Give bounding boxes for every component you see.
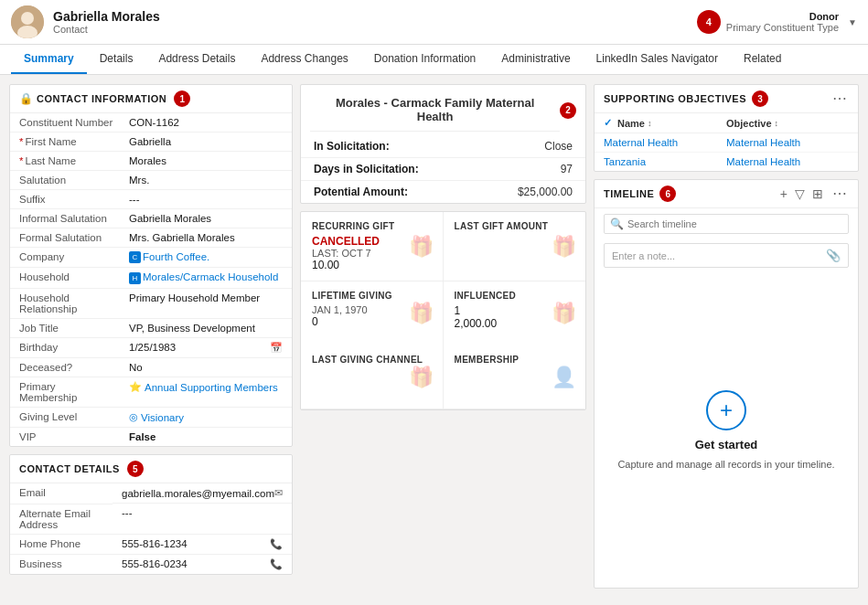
tab-details[interactable]: Details (87, 45, 146, 74)
contact-details-table: Email gabriella.morales@myemail.com ✉ Al… (10, 483, 292, 574)
membership-tile-icon: 👤 (552, 366, 576, 389)
lock-icon: 🔒 (19, 92, 33, 105)
obj-objective-1[interactable]: Maternal Health (726, 137, 849, 148)
contact-info-title: CONTACT INFORMATION (37, 93, 166, 104)
phone-icon: 📞 (270, 538, 283, 550)
table-row: Household HMorales/Carmack Household (10, 268, 292, 288)
get-started-icon[interactable]: + (706, 390, 746, 430)
field-label: VIP (10, 428, 120, 447)
timeline-empty-desc: Capture and manage all records in your t… (617, 459, 834, 470)
contact-info-header: 🔒 CONTACT INFORMATION 1 (10, 85, 292, 113)
table-row: Constituent Number CON-1162 (10, 113, 292, 133)
timeline-card: Timeline 6 + ▽ ⊞ ⋯ 🔍 Enter a note... 📎 (594, 179, 859, 589)
solicitation-card: Morales - Carmack Family Maternal Health… (300, 84, 586, 204)
table-row: Company CFourth Coffee. (10, 248, 292, 268)
field-label: Deceased? (10, 358, 120, 377)
field-value: No (120, 358, 292, 377)
field-label: Job Title (10, 318, 120, 337)
tab-summary[interactable]: Summary (11, 45, 87, 74)
avatar (11, 5, 44, 38)
middle-panel: Morales - Carmack Family Maternal Health… (300, 84, 586, 589)
field-label: Home Phone (10, 534, 113, 555)
tab-address-changes[interactable]: Address Changes (248, 45, 360, 74)
donor-section: 4 Donor Primary Constituent Type ▼ (697, 10, 857, 34)
table-row: Home Phone 555-816-1234 📞 (10, 534, 292, 555)
field-value: gabriella.morales@myemail.com ✉ (113, 483, 292, 504)
table-row: Deceased? No (10, 358, 292, 377)
table-row: Birthday 1/25/1983 📅 (10, 337, 292, 358)
field-label: Business (10, 555, 113, 574)
add-icon[interactable]: + (780, 186, 788, 201)
attachment-icon[interactable]: 📎 (826, 249, 841, 262)
search-icon: 🔍 (610, 218, 624, 230)
grid-icon[interactable]: ⊞ (812, 186, 823, 201)
recurring-amount: 10.00 (312, 259, 432, 271)
obj-name-2[interactable]: Tanzania (604, 156, 726, 167)
field-value: --- (113, 504, 292, 534)
table-row: Suffix --- (10, 190, 292, 209)
chevron-down-icon[interactable]: ▼ (848, 17, 857, 27)
col-name-label: Name (617, 118, 645, 129)
field-label: Constituent Number (10, 113, 120, 133)
timeline-menu-button[interactable]: ⋯ (830, 186, 849, 201)
solicitation-badge: 2 (560, 102, 576, 119)
membership-link[interactable]: ⭐Annual Supporting Members (129, 381, 283, 393)
field-value: 555-816-1234 📞 (113, 535, 292, 555)
field-value: False (120, 428, 292, 447)
gift-icon: 🎁 (409, 366, 434, 389)
gift-grid: RECURRING GIFT CANCELLED LAST: OCT 7 10.… (300, 211, 586, 410)
field-value: 555-816-0234 📞 (113, 555, 292, 574)
col-objective[interactable]: Objective ↕ (726, 117, 849, 129)
objectives-menu-button[interactable]: ⋯ (830, 91, 849, 106)
gift-cell-lifetime: LIFETIME GIVING JAN 1, 1970 0 🎁 (301, 281, 444, 345)
field-value: Morales (120, 152, 292, 171)
days-value: 97 (561, 163, 573, 175)
field-label: Household Relationship (10, 288, 120, 318)
tab-linkedin[interactable]: LinkedIn Sales Navigator (584, 45, 731, 74)
field-label: Primary Membership (10, 377, 120, 408)
phone-icon: 📞 (270, 558, 283, 570)
tab-related[interactable]: Related (731, 45, 794, 74)
table-row: Email gabriella.morales@myemail.com ✉ (10, 483, 292, 504)
field-label: Salutation (10, 171, 120, 190)
field-value: CON-1162 (120, 113, 292, 133)
objectives-badge: 3 (752, 90, 768, 107)
tab-administrative[interactable]: Administrative (488, 45, 583, 74)
gift-icon: 🎁 (552, 235, 576, 259)
field-value: ◎Visionary (120, 408, 292, 428)
field-label: Email (10, 483, 113, 504)
tab-address-details[interactable]: Address Details (145, 45, 248, 74)
objectives-header: SUPPORTING OBJECTIVES 3 ⋯ (595, 85, 858, 113)
field-label: Giving Level (10, 408, 120, 428)
obj-objective-2[interactable]: Maternal Health (726, 156, 849, 167)
objectives-row: Tanzania Maternal Health (595, 153, 858, 171)
household-link[interactable]: HMorales/Carmack Household (129, 271, 278, 282)
sort-icon: ↕ (648, 119, 652, 128)
solicitation-row: In Solicitation: Close (301, 135, 585, 158)
gift-icon: 🎁 (409, 235, 434, 259)
gift-cell-last-amount: LAST GIFT AMOUNT 🎁 (444, 212, 586, 281)
channel-label: LAST GIVING CHANNEL (312, 355, 432, 365)
col-name[interactable]: ✓ Name ↕ (604, 117, 726, 129)
contact-details-title: CONTACT DETAILS (19, 463, 120, 474)
company-icon: C (129, 251, 141, 263)
giving-level-link[interactable]: ◎Visionary (129, 411, 283, 423)
days-label: Days in Solicitation: (314, 163, 419, 175)
timeline-search-input[interactable] (627, 218, 842, 229)
timeline-search-box: 🔍 (604, 214, 849, 234)
field-value: CFourth Coffee. (120, 248, 292, 268)
table-row: Giving Level ◎Visionary (10, 408, 292, 428)
company-link[interactable]: CFourth Coffee. (129, 251, 209, 262)
email-icon: ✉ (274, 487, 283, 499)
donor-sub: Primary Constituent Type (726, 22, 839, 33)
obj-name-1[interactable]: Maternal Health (604, 137, 726, 148)
contact-header: Gabriella Morales Contact (11, 5, 160, 38)
contact-details-header: CONTACT DETAILS 5 (10, 455, 292, 483)
note-placeholder[interactable]: Enter a note... (612, 250, 826, 261)
filter-icon[interactable]: ▽ (795, 186, 805, 201)
tab-donation-information[interactable]: Donation Information (361, 45, 488, 74)
field-label: *Last Name (10, 152, 120, 171)
donor-badge: 4 (697, 10, 721, 34)
recurring-gift-label: RECURRING GIFT (312, 221, 432, 231)
solicitation-row: Potential Amount: $25,000.00 (301, 181, 585, 203)
